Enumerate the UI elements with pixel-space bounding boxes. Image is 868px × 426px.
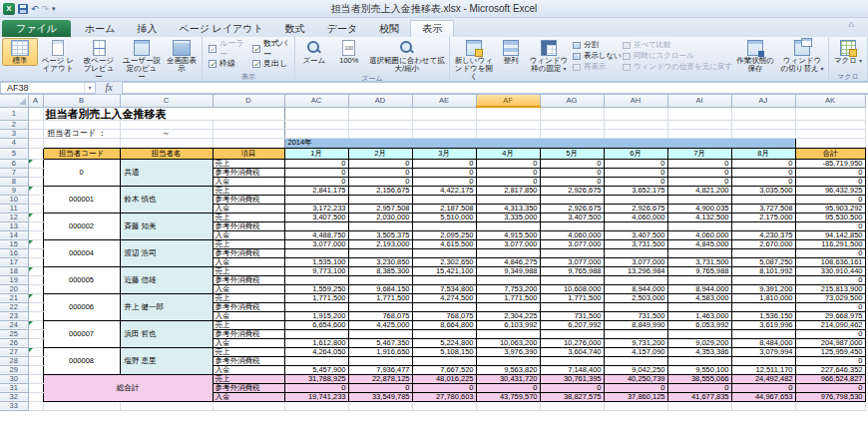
header-month-1-cell[interactable]: 1月 <box>284 148 348 159</box>
column-header-AC[interactable]: AC <box>284 95 348 107</box>
value-cell[interactable]: 3,407,500 <box>604 230 667 239</box>
value-cell[interactable]: 3,077,000 <box>540 257 604 266</box>
cell[interactable] <box>28 374 43 383</box>
code-cell[interactable]: 000001 <box>43 186 120 213</box>
value-cell[interactable]: 7,667,520 <box>412 365 476 374</box>
value-cell[interactable] <box>412 302 476 311</box>
row-header-21[interactable]: 21 <box>0 293 28 302</box>
cell[interactable] <box>28 383 43 392</box>
cell[interactable] <box>120 120 213 129</box>
value-cell[interactable]: 3,077,000 <box>540 239 604 248</box>
value-cell[interactable] <box>348 275 412 284</box>
new-window-button[interactable]: 新しいウィンドウを開く <box>452 38 496 82</box>
value-cell[interactable] <box>731 302 795 311</box>
code-cell[interactable]: 000006 <box>43 293 120 320</box>
cell[interactable] <box>795 107 865 120</box>
value-cell[interactable]: 44,967,653 <box>731 392 795 401</box>
cell[interactable] <box>284 129 348 138</box>
cell[interactable] <box>43 120 120 129</box>
tab-formulas[interactable]: 数式 <box>274 20 316 37</box>
header-month-6-cell[interactable]: 6月 <box>604 148 667 159</box>
value-cell[interactable]: 1,535,100 <box>284 257 348 266</box>
value-cell[interactable] <box>476 248 540 257</box>
row-header-31[interactable]: 31 <box>0 383 28 392</box>
value-cell[interactable]: 8,944,000 <box>604 284 667 293</box>
value-cell[interactable]: 95,530,500 <box>795 213 865 221</box>
value-cell[interactable]: 2,957,508 <box>348 204 412 213</box>
value-cell[interactable]: 8,484,000 <box>731 338 795 347</box>
cell[interactable] <box>476 107 540 120</box>
item-cell[interactable]: 参考外消費税 <box>213 383 284 392</box>
value-cell[interactable]: 4,264,050 <box>284 347 348 356</box>
item-cell[interactable]: 売上 <box>213 293 284 302</box>
cell[interactable] <box>28 338 43 347</box>
cell[interactable] <box>348 107 412 120</box>
value-cell[interactable]: 108,636,161 <box>795 257 865 266</box>
name-cell[interactable]: 鈴木 慎也 <box>120 186 213 213</box>
value-cell[interactable]: 731,500 <box>540 311 604 320</box>
value-cell[interactable]: 4,846,275 <box>476 257 540 266</box>
value-cell[interactable]: 2,926,675 <box>540 186 604 195</box>
header-month-5-cell[interactable]: 5月 <box>540 148 604 159</box>
cell[interactable] <box>28 221 43 230</box>
column-header-AJ[interactable]: AJ <box>731 95 795 107</box>
value-cell[interactable] <box>731 248 795 257</box>
value-cell[interactable]: 0 <box>731 383 795 392</box>
value-cell[interactable]: 12,511,170 <box>731 365 795 374</box>
value-cell[interactable]: 96,432,925 <box>795 186 865 195</box>
value-cell[interactable]: 22,878,125 <box>348 374 412 383</box>
value-cell[interactable] <box>540 221 604 230</box>
item-cell[interactable]: 入金 <box>213 284 284 293</box>
item-cell[interactable]: 参考外消費税 <box>213 356 284 365</box>
value-cell[interactable]: 214,090,462 <box>795 320 865 329</box>
sheet-title-cell[interactable]: 担当者別売上入金推移表 <box>43 107 284 120</box>
headings-checkbox[interactable]: ✓ 見出し <box>252 57 288 70</box>
item-cell[interactable]: 参考外消費税 <box>213 195 284 204</box>
code-cell[interactable]: 000004 <box>43 239 120 266</box>
value-cell[interactable]: 0 <box>412 177 476 186</box>
cell[interactable] <box>667 129 731 138</box>
value-cell[interactable]: 204,987,000 <box>795 338 865 347</box>
page-layout-view-button[interactable]: ページ レイアウト <box>39 38 77 74</box>
cell[interactable] <box>28 177 43 186</box>
value-cell[interactable]: 0 <box>412 383 476 392</box>
cell[interactable] <box>604 129 667 138</box>
cell[interactable] <box>348 120 412 129</box>
value-cell[interactable] <box>476 275 540 284</box>
name-cell[interactable]: 井上 健一郎 <box>120 293 213 320</box>
value-cell[interactable]: 8,101,992 <box>731 266 795 275</box>
formula-bar-checkbox[interactable]: ✓ 数式バー <box>252 42 288 55</box>
zoom-100-button[interactable]: 100 100% <box>332 38 366 66</box>
cell[interactable] <box>795 138 865 148</box>
name-cell[interactable]: 渡辺 浩司 <box>120 239 213 266</box>
value-cell[interactable]: 215,813,900 <box>795 284 865 293</box>
cell[interactable] <box>120 401 213 410</box>
row-header-6[interactable]: 6 <box>0 159 28 168</box>
undo-icon[interactable]: ↶ <box>31 4 39 14</box>
row-header-24[interactable]: 24 <box>0 320 28 329</box>
value-cell[interactable]: 9,029,200 <box>667 338 731 347</box>
cell[interactable] <box>604 401 667 410</box>
value-cell[interactable] <box>284 221 348 230</box>
cell[interactable] <box>28 230 43 239</box>
column-header-AD[interactable]: AD <box>348 95 412 107</box>
value-cell[interactable] <box>731 221 795 230</box>
value-cell[interactable]: 3,335,000 <box>476 213 540 221</box>
row-header-8[interactable]: 8 <box>0 177 28 186</box>
value-cell[interactable]: 0 <box>795 383 865 392</box>
value-cell[interactable]: 24,492,482 <box>731 374 795 383</box>
value-cell[interactable]: 41,677,835 <box>667 392 731 401</box>
value-cell[interactable]: 3,505,375 <box>348 230 412 239</box>
cell[interactable] <box>731 401 795 410</box>
value-cell[interactable]: 2,193,000 <box>348 239 412 248</box>
value-cell[interactable]: -85,719,950 <box>795 159 865 168</box>
value-cell[interactable] <box>667 195 731 204</box>
value-cell[interactable]: 2,175,000 <box>731 213 795 221</box>
row-header-16[interactable]: 16 <box>0 248 28 257</box>
value-cell[interactable]: 5,457,900 <box>284 365 348 374</box>
value-cell[interactable]: 2,817,850 <box>476 186 540 195</box>
value-cell[interactable]: 0 <box>348 168 412 177</box>
value-cell[interactable]: 116,291,500 <box>795 239 865 248</box>
value-cell[interactable]: 40,250,739 <box>604 374 667 383</box>
value-cell[interactable] <box>348 356 412 365</box>
